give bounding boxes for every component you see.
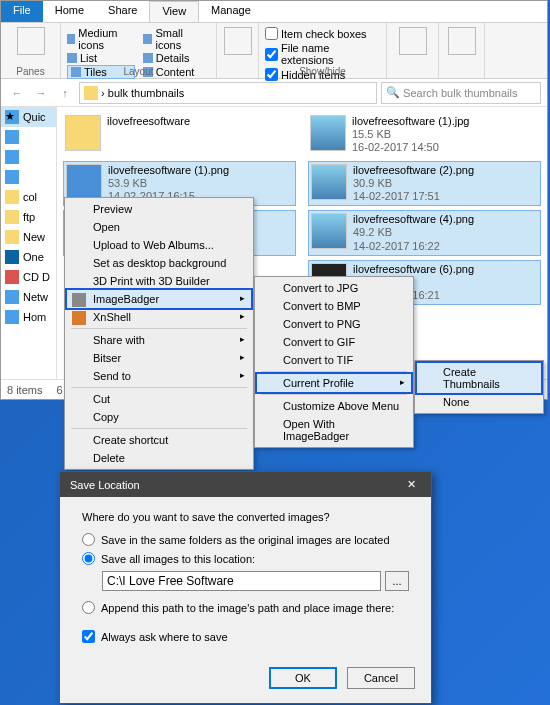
file-date: 14-02-2017 17:51 (353, 190, 474, 203)
context-item[interactable]: Bitser (67, 349, 251, 367)
context-item[interactable]: Convert to TIF (257, 351, 411, 369)
file-item[interactable]: ilovefreesoftware (2).png 30.9 KB 14-02-… (308, 161, 541, 207)
save-location-dialog: Save Location ✕ Where do you want to sav… (59, 471, 432, 704)
file-name: ilovefreesoftware (2).png (353, 164, 474, 177)
radio-append-path[interactable]: Append this path to the image's path and… (82, 601, 409, 614)
tab-home[interactable]: Home (43, 1, 96, 22)
context-item[interactable]: Share with (67, 331, 251, 349)
sidebar-item[interactable] (1, 127, 56, 147)
ribbon: Panes Medium icons Small icons List Deta… (1, 23, 547, 79)
tab-share[interactable]: Share (96, 1, 149, 22)
context-item[interactable]: 3D Print with 3D Builder (67, 272, 251, 290)
status-items: 8 items (7, 384, 42, 396)
file-name: ilovefreesoftware (107, 115, 190, 128)
tab-manage[interactable]: Manage (199, 1, 263, 22)
context-item[interactable]: Convert to PNG (257, 315, 411, 333)
context-item[interactable]: Convert to BMP (257, 297, 411, 315)
file-thumb-icon (311, 164, 347, 200)
layout-medium-icons[interactable]: Medium icons (67, 27, 135, 51)
nav-up-icon[interactable]: ↑ (55, 83, 75, 103)
check-file-extensions[interactable]: File name extensions (265, 42, 380, 66)
file-thumb-icon (66, 164, 102, 200)
sidebar-item[interactable]: New (1, 227, 56, 247)
path-box[interactable]: › bulk thumbnails (79, 82, 377, 104)
sidebar-homegroup[interactable]: Hom (1, 307, 56, 327)
file-item[interactable]: ilovefreesoftware (4).png 49.2 KB 14-02-… (308, 210, 541, 256)
context-item[interactable]: Delete (67, 449, 251, 467)
context-item[interactable]: Set as desktop background (67, 254, 251, 272)
sidebar-item[interactable]: ftp (1, 207, 56, 227)
nav-forward-icon[interactable]: → (31, 83, 51, 103)
file-name: ilovefreesoftware (6).png (353, 263, 474, 276)
sidebar-quick-access[interactable]: ★Quic (1, 107, 56, 127)
context-item[interactable]: Create shortcut (67, 431, 251, 449)
dialog-titlebar: Save Location ✕ (60, 472, 431, 497)
context-menu-main: PreviewOpenUpload to Web Albums...Set as… (64, 197, 254, 470)
context-item[interactable]: Copy (67, 408, 251, 426)
file-size: 53.9 KB (108, 177, 229, 190)
file-thumb-icon (65, 115, 101, 151)
ok-button[interactable]: OK (269, 667, 337, 689)
sidebar: ★Quic col ftp New One CD D Netw Hom (1, 107, 57, 379)
context-item[interactable]: Current Profile (257, 374, 411, 392)
dialog-title-text: Save Location (70, 479, 140, 491)
file-size: 30.9 KB (353, 177, 474, 190)
check-item-boxes[interactable]: Item check boxes (265, 27, 367, 40)
file-item[interactable]: ilovefreesoftware (1).jpg 15.5 KB 16-02-… (308, 113, 541, 157)
layout-details[interactable]: Details (143, 52, 210, 64)
panes-label: Panes (1, 66, 60, 77)
file-name: ilovefreesoftware (1).jpg (352, 115, 469, 128)
context-item[interactable]: Cut (67, 390, 251, 408)
save-path-input[interactable] (102, 571, 381, 591)
address-bar: ← → ↑ › bulk thumbnails 🔍 Search bulk th… (1, 79, 547, 107)
context-item[interactable]: Convert to GIF (257, 333, 411, 351)
file-date: 16-02-2017 14:50 (352, 141, 469, 154)
ribbon-tabs: File Home Share View Manage (1, 1, 547, 23)
radio-save-location[interactable]: Save all images to this location: (82, 552, 409, 565)
nav-back-icon[interactable]: ← (7, 83, 27, 103)
tab-view[interactable]: View (149, 1, 199, 22)
layout-label: Layout (61, 66, 216, 77)
layout-list[interactable]: List (67, 52, 135, 64)
context-submenu-current-profile: Create ThumbnailsNone (414, 360, 544, 414)
context-item[interactable]: Open (67, 218, 251, 236)
hide-selected-icon[interactable] (399, 27, 427, 55)
file-name: ilovefreesoftware (4).png (353, 213, 474, 226)
layout-small-icons[interactable]: Small icons (143, 27, 210, 51)
sidebar-item[interactable]: col (1, 187, 56, 207)
context-item[interactable]: Preview (67, 200, 251, 218)
context-item[interactable]: None (417, 393, 541, 411)
context-item[interactable]: Upload to Web Albums... (67, 236, 251, 254)
folder-icon (84, 86, 98, 100)
close-icon[interactable]: ✕ (401, 478, 421, 491)
context-submenu-imagebadger: Convert to JPGConvert to BMPConvert to P… (254, 276, 414, 448)
search-box[interactable]: 🔍 Search bulk thumbnails (381, 82, 541, 104)
context-item[interactable]: ImageBadger (67, 290, 251, 308)
check-always-ask[interactable]: Always ask where to save (82, 630, 409, 643)
sidebar-item[interactable]: CD D (1, 267, 56, 287)
context-item[interactable]: Create Thumbnails (417, 363, 541, 393)
file-thumb-icon (310, 115, 346, 151)
browse-button[interactable]: ... (385, 571, 409, 591)
sidebar-item[interactable] (1, 167, 56, 187)
options-icon[interactable] (448, 27, 476, 55)
sidebar-network[interactable]: Netw (1, 287, 56, 307)
context-item[interactable]: Send to (67, 367, 251, 385)
file-thumb-icon (311, 213, 347, 249)
context-item[interactable]: Open With ImageBadger (257, 415, 411, 445)
context-item[interactable]: XnShell (67, 308, 251, 326)
current-view-icon[interactable] (224, 27, 252, 55)
sidebar-onedrive[interactable]: One (1, 247, 56, 267)
tab-file[interactable]: File (1, 1, 43, 22)
file-date: 14-02-2017 16:22 (353, 240, 474, 253)
dialog-question: Where do you want to save the converted … (82, 511, 409, 523)
radio-same-folders[interactable]: Save in the same folders as the original… (82, 533, 409, 546)
cancel-button[interactable]: Cancel (347, 667, 415, 689)
sidebar-item[interactable] (1, 147, 56, 167)
navigation-pane-icon[interactable] (17, 27, 45, 55)
file-item[interactable]: ilovefreesoftware (63, 113, 296, 157)
context-item[interactable]: Customize Above Menu (257, 397, 411, 415)
showhide-label: Show/hide (259, 66, 386, 77)
context-item[interactable]: Convert to JPG (257, 279, 411, 297)
search-icon: 🔍 (386, 86, 400, 99)
